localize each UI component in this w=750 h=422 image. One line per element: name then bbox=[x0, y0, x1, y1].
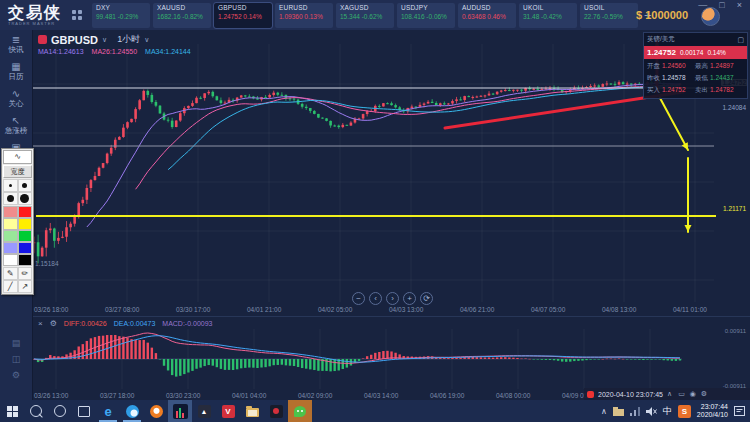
nav-zoom-in-button[interactable]: + bbox=[403, 292, 416, 305]
avatar[interactable] bbox=[701, 7, 720, 26]
ticker-dxy[interactable]: DXY99.481 -0.29% bbox=[92, 3, 150, 28]
pen-color-swatch[interactable] bbox=[18, 218, 33, 230]
recorder-window-icon[interactable]: ▭ bbox=[678, 390, 685, 398]
line-tool[interactable]: ╱ bbox=[3, 280, 18, 293]
macd-settings-icon[interactable]: ⚙ bbox=[50, 319, 57, 328]
recorder-settings-icon[interactable]: ⚙ bbox=[701, 390, 707, 398]
start-button[interactable] bbox=[0, 400, 24, 422]
network-icon[interactable] bbox=[630, 407, 640, 416]
time-axis-label: 04/08 13:00 bbox=[602, 306, 636, 313]
ticker-value: 22.76 -0.59% bbox=[584, 13, 636, 20]
apps-grid-icon[interactable] bbox=[72, 10, 82, 20]
v-app[interactable]: V bbox=[216, 400, 240, 422]
arrow-tool[interactable]: ↗ bbox=[18, 280, 33, 293]
nav-reset-button[interactable]: ⟳ bbox=[420, 292, 433, 305]
expand-icon[interactable]: ▢ bbox=[737, 36, 744, 44]
ma-label: MA14:1.24613 bbox=[38, 48, 84, 55]
account-balance[interactable]: $ 1000000 bbox=[636, 9, 688, 21]
recorder-collapse-icon[interactable]: ∧ bbox=[667, 390, 672, 398]
maximize-button[interactable]: □ bbox=[719, 0, 724, 10]
timeframe-caret-icon[interactable]: ∨ bbox=[144, 36, 149, 44]
pen-size-9[interactable] bbox=[18, 192, 33, 205]
ticker-value: 1.09360 0.13% bbox=[279, 13, 331, 20]
sidebar-bottom-icons: ▤◫⚙ bbox=[0, 332, 32, 386]
macd-label: DEA:0.00473 bbox=[114, 320, 156, 327]
pen-color-swatch[interactable] bbox=[3, 230, 18, 242]
nav-pan-left-button[interactable]: ‹ bbox=[369, 292, 382, 305]
pen-color-swatch[interactable] bbox=[3, 218, 18, 230]
sidebar-item-关心[interactable]: ∿关心 bbox=[0, 84, 32, 111]
input-method-indicator[interactable]: 中 bbox=[663, 405, 672, 418]
htfx-icon bbox=[150, 405, 163, 418]
pen-size-3[interactable] bbox=[3, 179, 18, 192]
support-line-price-label: 1.21171 bbox=[723, 205, 746, 212]
timeframe-selector[interactable]: 1小时 bbox=[117, 33, 140, 46]
brush-tool[interactable]: ✏ bbox=[18, 267, 33, 280]
tray-folder-icon[interactable] bbox=[613, 407, 624, 416]
chart-nav-controls: −‹›+⟳ bbox=[352, 292, 433, 305]
pen-preview: ∿ bbox=[3, 150, 32, 164]
recorder-camera-icon[interactable]: ◉ bbox=[690, 390, 696, 398]
settings-icon[interactable]: ⚙ bbox=[0, 370, 32, 380]
ticker-gbpusd[interactable]: GBPUSD1.24752 0.14% bbox=[214, 3, 272, 28]
edge-app[interactable]: e bbox=[96, 400, 120, 422]
file-explorer-icon bbox=[246, 408, 259, 417]
ticker-eurusd[interactable]: EURUSD1.09360 0.13% bbox=[275, 3, 333, 28]
ticker-usdjpy[interactable]: USDJPY108.416 -0.06% bbox=[397, 3, 455, 28]
htfx-app[interactable] bbox=[144, 400, 168, 422]
pen-color-swatch[interactable] bbox=[3, 206, 18, 218]
pen-color-swatch[interactable] bbox=[18, 254, 33, 266]
nav-zoom-out-button[interactable]: − bbox=[352, 292, 365, 305]
nav-pan-right-button[interactable]: › bbox=[386, 292, 399, 305]
ticker-audusd[interactable]: AUDUSD0.63468 0.46% bbox=[458, 3, 516, 28]
pen-color-swatch[interactable] bbox=[18, 242, 33, 254]
quote-detail-row: 开盘1.24560最高1.24897 bbox=[647, 60, 744, 72]
pen-width-button[interactable]: 宽度 bbox=[3, 165, 32, 178]
wechat-app[interactable] bbox=[288, 400, 312, 422]
symbol-caret-icon[interactable]: ∨ bbox=[102, 36, 107, 44]
close-button[interactable]: × bbox=[737, 0, 742, 10]
media-app-icon bbox=[270, 405, 283, 418]
search-button[interactable] bbox=[24, 400, 48, 422]
ticker-value: 0.63468 0.46% bbox=[462, 13, 514, 20]
ticker-xagusd[interactable]: XAGUSD15.344 -0.62% bbox=[336, 3, 394, 28]
pen-size-5[interactable] bbox=[18, 179, 33, 192]
trademan-app[interactable] bbox=[168, 400, 192, 422]
task-view-button[interactable] bbox=[72, 400, 96, 422]
sidebar-item-label: 关心 bbox=[0, 99, 32, 108]
macd-close-icon[interactable]: × bbox=[38, 319, 43, 328]
time-axis-label: 04/02 05:00 bbox=[318, 306, 352, 313]
ime-icon[interactable]: S bbox=[678, 405, 691, 418]
sidebar-item-快讯[interactable]: ≣快讯 bbox=[0, 30, 32, 57]
chart-header: GBPUSD ∨ 1小时 ∨ bbox=[38, 33, 149, 46]
ticker-usoil[interactable]: USOIL22.76 -0.59% bbox=[580, 3, 638, 28]
speaker-muted-icon[interactable] bbox=[646, 407, 657, 416]
pen-color-swatch[interactable] bbox=[18, 230, 33, 242]
ma-label: MA26:1.24550 bbox=[92, 48, 138, 55]
tray-chevron-icon[interactable]: ∧ bbox=[601, 407, 607, 416]
sidebar-item-急涨榜[interactable]: ↖急涨榜 bbox=[0, 111, 32, 138]
ticker-xauusd[interactable]: XAUUSD1682.16 -0.82% bbox=[153, 3, 211, 28]
window-icon[interactable]: ◫ bbox=[0, 354, 32, 364]
sidebar-item-日历[interactable]: ▦日历 bbox=[0, 57, 32, 84]
files-app[interactable] bbox=[240, 400, 264, 422]
symbol-selector[interactable]: GBPUSD bbox=[51, 34, 98, 46]
ticker-name: GBPUSD bbox=[218, 4, 270, 11]
record-icon[interactable] bbox=[587, 391, 594, 398]
action-center-icon[interactable] bbox=[734, 406, 745, 416]
taskbar-clock[interactable]: 23:07:44 2020/4/10 bbox=[697, 403, 728, 419]
pen-color-swatch[interactable] bbox=[3, 254, 18, 266]
media-app[interactable] bbox=[264, 400, 288, 422]
browser-app[interactable] bbox=[120, 400, 144, 422]
title-bar: 交易侠 TRADER MASTER DXY99.481 -0.29%XAUUSD… bbox=[0, 0, 750, 30]
ticker-name: DXY bbox=[96, 4, 148, 11]
quote-label: 卖出 bbox=[695, 86, 710, 95]
cortana-button[interactable] bbox=[48, 400, 72, 422]
ticker-ukoil[interactable]: UKOIL31.48 -0.42% bbox=[519, 3, 577, 28]
a-triangle-app[interactable]: ▲ bbox=[192, 400, 216, 422]
panel-icon[interactable]: ▤ bbox=[0, 338, 32, 348]
pen-color-swatch[interactable] bbox=[3, 242, 18, 254]
pen-size-7[interactable] bbox=[3, 192, 18, 205]
pencil-tool[interactable]: ✎ bbox=[3, 267, 18, 280]
pen-color-swatch[interactable] bbox=[18, 206, 33, 218]
